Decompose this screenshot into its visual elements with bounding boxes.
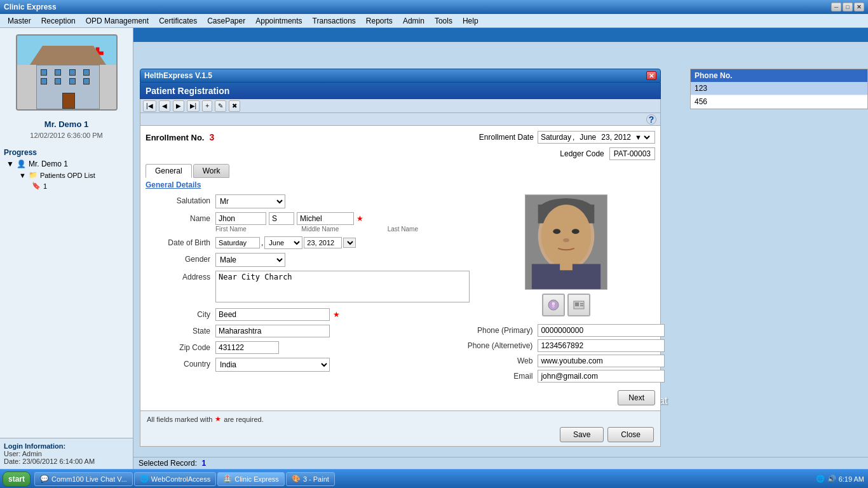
salutation-row: Salutation Mr Mrs Ms Dr <box>146 194 470 208</box>
dialog-body: Enrollment No. 3 Enrollment Date Saturda… <box>140 126 661 411</box>
taskbar-item-paint[interactable]: 🎨 3 - Paint <box>286 472 335 486</box>
main-content: ✚ Mr. Demo 1 12/02/2012 6:36:00 PM Progr… <box>0 28 868 469</box>
zip-field <box>215 341 470 354</box>
tree-sub-label: 1 <box>43 182 47 190</box>
phone-primary-input[interactable] <box>538 324 665 337</box>
login-section: Login Information: User: Admin Date: 23/… <box>0 438 133 469</box>
photo-id-button[interactable] <box>567 294 590 316</box>
email-input[interactable] <box>538 370 665 383</box>
user-date: 12/02/2012 6:36:00 PM <box>0 132 133 143</box>
tab-work[interactable]: Work <box>193 164 230 178</box>
menu-help[interactable]: Help <box>458 15 484 27</box>
maximize-button[interactable]: □ <box>843 3 853 11</box>
menu-transactions[interactable]: Transactions <box>308 15 361 27</box>
tree-opd-item[interactable]: ▼ 📁 Patients OPD List <box>17 170 129 180</box>
menu-appointments[interactable]: Appointments <box>250 15 307 27</box>
dob-day-input[interactable] <box>215 237 260 248</box>
close-button[interactable]: ✕ <box>854 3 864 11</box>
enroll-day: Saturday <box>541 133 571 142</box>
close-dialog-button[interactable]: Close <box>607 427 654 442</box>
photo-upload-button[interactable]: 🎖 <box>542 294 565 316</box>
tree-root-item[interactable]: ▼ 👤 Mr. Demo 1 <box>4 158 129 170</box>
toolbar-btn-4[interactable]: ▶| <box>187 100 200 112</box>
enroll-month: June <box>580 133 596 142</box>
dob-date-input[interactable] <box>304 237 342 248</box>
first-name-input[interactable] <box>215 212 266 225</box>
paint-icon: 🎨 <box>292 475 301 483</box>
menu-reception[interactable]: Reception <box>36 15 81 27</box>
dialog-close-icon[interactable]: ✕ <box>646 71 656 80</box>
zip-row: Zip Code <box>146 341 470 354</box>
progress-label: Progress <box>4 147 129 158</box>
toolbar-add-btn[interactable]: + <box>202 100 212 112</box>
toolbar-btn-3[interactable]: ▶ <box>173 100 184 112</box>
zip-input[interactable] <box>215 341 279 354</box>
menu-certificates[interactable]: Certificates <box>154 15 202 27</box>
dob-label: Date of Birth <box>146 236 215 247</box>
web-input[interactable] <box>538 355 665 367</box>
dialog-subtitle: Patient Registration <box>146 86 229 96</box>
taskbar-item-comm100[interactable]: 💬 Comm100 Live Chat V... <box>34 472 133 486</box>
tree-sub-item-1[interactable]: 🔖 1 <box>29 180 129 191</box>
toolbar-del-btn[interactable]: ✖ <box>229 100 240 112</box>
required-star-icon: ★ <box>215 415 221 423</box>
taskbar-item-webcontrol[interactable]: 🌐 WebControlAccess <box>134 472 216 486</box>
save-button[interactable]: Save <box>560 427 604 442</box>
phone-alt-input[interactable] <box>538 339 665 352</box>
user-name: Mr. Demo 1 <box>0 117 133 132</box>
enrollment-date-select[interactable]: ▼ <box>632 133 652 142</box>
taskbar-item-clinic[interactable]: 🏥 Clinic Express <box>217 472 285 486</box>
name-required-star: ★ <box>356 214 363 223</box>
hint-lastname: Last Name <box>388 226 470 233</box>
menu-master[interactable]: Master <box>3 15 36 27</box>
middle-name-input[interactable] <box>269 212 294 225</box>
dob-month-select[interactable]: June <box>264 236 302 249</box>
ledger-label: Ledger Code <box>560 149 604 158</box>
dob-dropdown[interactable]: ▼ <box>343 238 356 248</box>
login-user-value: Admin <box>22 450 42 458</box>
folder-icon: 📁 <box>29 171 37 179</box>
country-select[interactable]: India USA UK Other <box>215 358 330 372</box>
state-field <box>215 325 470 337</box>
phone-primary-label: Phone (Primary) <box>468 326 533 335</box>
tab-general[interactable]: General <box>146 164 192 178</box>
dob-comma: , <box>261 238 263 247</box>
taskbar-paint-label: 3 - Paint <box>303 475 329 483</box>
svg-point-6 <box>572 229 580 234</box>
toolbar-edit-btn[interactable]: ✎ <box>215 100 226 112</box>
taskbar-time: 6:19 AM <box>839 475 864 483</box>
minimize-button[interactable]: ─ <box>831 3 841 11</box>
state-input[interactable] <box>215 325 330 337</box>
toolbar-btn-1[interactable]: |◀ <box>143 100 156 112</box>
taskbar-network-icon: 🌐 <box>816 475 825 483</box>
address-input[interactable]: Near City Charch <box>215 271 470 302</box>
name-label: Name <box>146 212 215 223</box>
name-hints: First Name Middle Name Last Name <box>215 226 470 233</box>
login-user-row: User: Admin <box>4 450 129 458</box>
phone-row-2[interactable]: 456 <box>691 95 867 109</box>
enrollment-row: Enrollment No. 3 Enrollment Date Saturda… <box>146 131 655 144</box>
help-icon[interactable]: ? <box>646 114 656 125</box>
phone-row-1[interactable]: 123 <box>691 82 867 95</box>
start-button[interactable]: start <box>3 471 31 487</box>
taskbar: start 💬 Comm100 Live Chat V... 🌐 WebCont… <box>0 469 868 488</box>
salutation-label: Salutation <box>146 194 215 205</box>
clinic-icon: 🏥 <box>223 475 232 483</box>
state-row: State <box>146 325 470 337</box>
address-row: Address Near City Charch <box>146 271 470 304</box>
toolbar-btn-2[interactable]: ◀ <box>159 100 170 112</box>
gender-select[interactable]: Male Female Other <box>215 253 285 267</box>
salutation-select[interactable]: Mr Mrs Ms Dr <box>215 194 285 208</box>
building-body <box>36 65 100 109</box>
city-input[interactable] <box>215 308 330 321</box>
menu-tools[interactable]: Tools <box>430 15 458 27</box>
last-name-input[interactable] <box>297 212 354 225</box>
menu-reports[interactable]: Reports <box>361 15 398 27</box>
next-button[interactable]: Next <box>618 390 655 405</box>
menu-casepaper[interactable]: CasePaper <box>202 15 250 27</box>
login-date-row: Date: 23/06/2012 6:14:00 AM <box>4 458 129 465</box>
country-label: Country <box>146 358 215 369</box>
menu-opd[interactable]: OPD Management <box>81 15 154 27</box>
taskbar-webcontrol-label: WebControlAccess <box>151 475 210 483</box>
menu-admin[interactable]: Admin <box>398 15 430 27</box>
